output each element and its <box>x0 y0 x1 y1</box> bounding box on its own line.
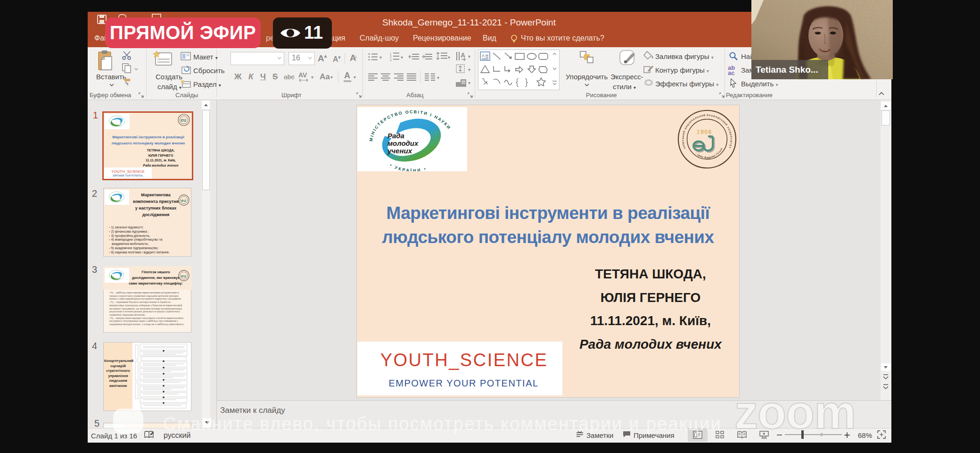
svg-text:учених: учених <box>387 147 412 155</box>
svg-text:• УКРАЇНИ •: • УКРАЇНИ • <box>389 163 428 171</box>
svg-text:eu: eu <box>181 117 187 123</box>
svg-text:A: A <box>482 53 485 58</box>
svg-text:3: 3 <box>390 59 392 62</box>
svg-text:молодих: молодих <box>387 139 419 147</box>
svg-text:Рада: Рада <box>387 132 404 140</box>
svg-text:1906: 1906 <box>697 129 712 135</box>
svg-text:А: А <box>461 51 465 59</box>
